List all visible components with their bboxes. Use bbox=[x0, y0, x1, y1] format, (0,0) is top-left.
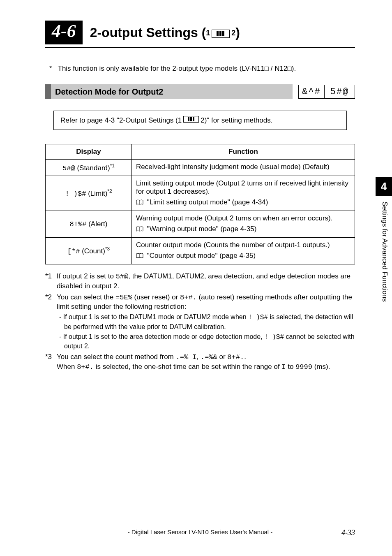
cell-display: [*# (Count)*3 bbox=[46, 237, 132, 264]
table-row: ! )$# (Limit)*2 Limit setting output mod… bbox=[46, 176, 355, 211]
th-function: Function bbox=[132, 144, 355, 160]
disp-label: (Alert) bbox=[86, 220, 107, 228]
book-icon bbox=[136, 253, 143, 261]
book-icon bbox=[136, 226, 143, 234]
fn-tag: *1 bbox=[45, 272, 57, 291]
fn-dash-1: - If output 1 is set to the DATUM1 mode … bbox=[57, 313, 355, 331]
footnotes: *1 If output 2 is set to 5#@, the DATUM1… bbox=[45, 272, 355, 372]
subheader-chip bbox=[45, 84, 51, 99]
refer-b: 2)" for setting methods. bbox=[201, 116, 272, 125]
func-text-b: "Warning output mode" (page 4-35) bbox=[147, 225, 257, 233]
cell-function: Limit setting output mode (Output 2 turn… bbox=[132, 176, 355, 211]
table-head-row: Display Function bbox=[46, 144, 355, 160]
bullets-left-num: 1 bbox=[206, 29, 210, 37]
fn-dash-2: - If output 1 is set to the area detecti… bbox=[57, 332, 355, 351]
bullets-icon bbox=[212, 26, 230, 41]
func-ref: "Warning output mode" (page 4-35) bbox=[136, 225, 350, 234]
svg-rect-3 bbox=[222, 31, 224, 36]
fn-body: If output 2 is set to 5#@, the DATUM1, D… bbox=[57, 272, 355, 291]
table-row: 8!%# (Alert) Warning output mode (Output… bbox=[46, 211, 355, 237]
title-text-a: 2-output Settings ( bbox=[90, 25, 206, 40]
subheader-bar: Detection Mode for Output2 bbox=[45, 84, 293, 99]
book-icon bbox=[136, 199, 143, 207]
svg-rect-7 bbox=[193, 117, 194, 121]
cell-display: 8!%# (Alert) bbox=[46, 211, 132, 237]
func-text-a: Counter output mode (Counts the number o… bbox=[136, 241, 350, 249]
footer: - Digital Laser Sensor LV-N10 Series Use… bbox=[45, 528, 355, 537]
section-number: 4-6 bbox=[45, 21, 83, 44]
footnote-1: *1 If output 2 is set to 5#@, the DATUM1… bbox=[45, 272, 355, 291]
disp-code: 5#@ bbox=[62, 164, 75, 172]
disp-label: (Count) bbox=[80, 247, 105, 255]
refer-a: Refer to page 4-3 "2-Output Settings (1 bbox=[60, 116, 182, 125]
disp-sup: *2 bbox=[107, 188, 112, 194]
fn3-line2: When 8+#. is selected, the one-shot time… bbox=[57, 362, 355, 372]
table-row: [*# (Count)*3 Counter output mode (Count… bbox=[46, 237, 355, 264]
th-display: Display bbox=[46, 144, 132, 160]
disp-code: 8!%# bbox=[70, 220, 87, 228]
cell-function: Warning output mode (Output 2 turns on w… bbox=[132, 211, 355, 237]
func-text-a: Warning output mode (Output 2 turns on w… bbox=[136, 214, 350, 222]
cell-display: 5#@ (Standard)*1 bbox=[46, 160, 132, 176]
table-row: 5#@ (Standard)*1 Received-light intensit… bbox=[46, 160, 355, 176]
func-text-b: "Counter output mode" (page 4-35) bbox=[147, 252, 256, 259]
func-ref: "Counter output mode" (page 4-35) bbox=[136, 252, 350, 261]
disp-label: (Standard) bbox=[75, 164, 110, 172]
disp-code: ! )$# bbox=[65, 190, 86, 198]
fn-tag: *2 bbox=[45, 293, 57, 351]
seg-left: &^# bbox=[298, 85, 325, 99]
function-table: Display Function 5#@ (Standard)*1 Receiv… bbox=[45, 144, 355, 264]
svg-rect-5 bbox=[188, 117, 189, 121]
func-text-b: "Limit setting output mode" (page 4-34) bbox=[147, 198, 268, 206]
footnote-3: *3 You can select the count method from … bbox=[45, 352, 355, 372]
side-tab: 4 bbox=[376, 177, 392, 196]
func-text-a: Limit setting output mode (Output 2 turn… bbox=[136, 179, 350, 196]
fn-tag: *3 bbox=[45, 352, 57, 372]
section-header: 4-6 2-output Settings (12) bbox=[45, 21, 355, 48]
fn-body: You can select the count method from .=%… bbox=[57, 352, 355, 372]
svg-rect-1 bbox=[217, 31, 219, 36]
func-ref: "Limit setting output mode" (page 4-34) bbox=[136, 198, 350, 207]
subheader-row: Detection Mode for Output2 &^# 5#@ bbox=[45, 84, 355, 99]
footnote-2: *2 You can select the =5E% (user reset) … bbox=[45, 293, 355, 351]
cell-function: Received-light intensity judgment mode (… bbox=[132, 160, 355, 176]
top-note: * This function is only available for th… bbox=[49, 65, 355, 73]
footer-center: - Digital Laser Sensor LV-N10 Series Use… bbox=[45, 528, 355, 535]
note-text: This function is only available for the … bbox=[58, 65, 296, 72]
disp-label: (Limit) bbox=[86, 190, 107, 197]
title-text-b: ) bbox=[235, 25, 240, 40]
disp-sup: *3 bbox=[105, 246, 110, 252]
bullets-icon-small bbox=[183, 116, 199, 125]
refer-box: Refer to page 4-3 "2-Output Settings (1 … bbox=[53, 111, 347, 130]
svg-rect-2 bbox=[219, 31, 221, 36]
fn-body: You can select the =5E% (user reset) or … bbox=[57, 293, 355, 351]
cell-display: ! )$# (Limit)*2 bbox=[46, 176, 132, 211]
subheader-text: Detection Mode for Output2 bbox=[55, 87, 163, 97]
note-star: * bbox=[49, 65, 52, 72]
side-text: Settings for Advanced Functions bbox=[380, 202, 389, 333]
segment-display: &^# 5#@ bbox=[298, 85, 355, 99]
func-text: Received-light intensity judgment mode (… bbox=[136, 163, 330, 171]
cell-function: Counter output mode (Counts the number o… bbox=[132, 237, 355, 264]
disp-sup: *1 bbox=[110, 163, 115, 169]
disp-code: [*# bbox=[67, 248, 80, 255]
svg-rect-6 bbox=[190, 117, 192, 121]
seg-right: 5#@ bbox=[325, 85, 355, 99]
section-title: 2-output Settings (12) bbox=[90, 25, 240, 41]
bullets-right-num: 2 bbox=[231, 29, 235, 37]
